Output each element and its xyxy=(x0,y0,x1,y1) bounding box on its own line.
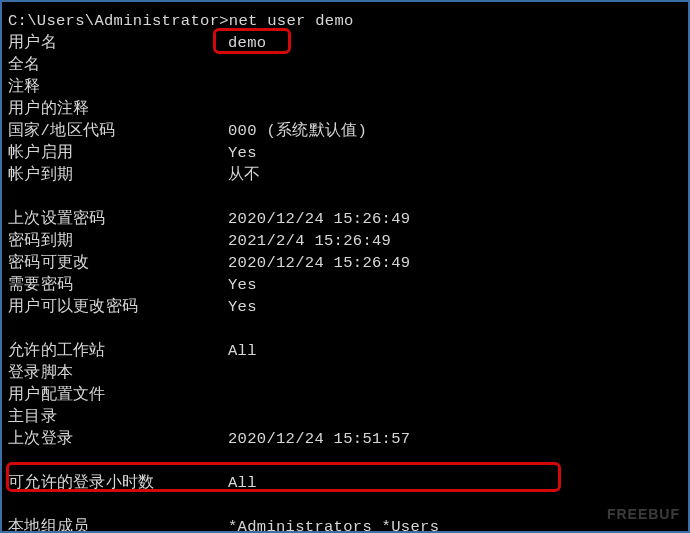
row-value: Yes xyxy=(228,274,257,296)
blank-line xyxy=(8,450,682,472)
prompt-command: net user demo xyxy=(229,12,354,30)
output-row: 国家/地区代码000 (系统默认值) xyxy=(8,120,682,142)
row-value: demo xyxy=(228,32,266,54)
row-label: 允许的工作站 xyxy=(8,340,228,362)
output-row: 本地组成员*Administrators *Users xyxy=(8,516,682,533)
row-label: 用户的注释 xyxy=(8,98,228,120)
row-value: *Administrators *Users xyxy=(228,516,439,533)
row-label: 全名 xyxy=(8,54,228,76)
row-value: 2020/12/24 15:26:49 xyxy=(228,208,410,230)
blank-line xyxy=(8,318,682,340)
output-row: 允许的工作站All xyxy=(8,340,682,362)
row-label: 可允许的登录小时数 xyxy=(8,472,228,494)
row-value: 000 (系统默认值) xyxy=(228,120,367,142)
watermark: FREEBUF xyxy=(607,503,680,525)
output-row: 密码可更改2020/12/24 15:26:49 xyxy=(8,252,682,274)
output-row: 需要密码Yes xyxy=(8,274,682,296)
row-label: 本地组成员 xyxy=(8,516,228,533)
row-value: All xyxy=(228,340,257,362)
row-value: 2021/2/4 15:26:49 xyxy=(228,230,391,252)
row-label: 上次设置密码 xyxy=(8,208,228,230)
output-row: 用户配置文件 xyxy=(8,384,682,406)
output-row: 密码到期2021/2/4 15:26:49 xyxy=(8,230,682,252)
output-row: 主目录 xyxy=(8,406,682,428)
row-label: 需要密码 xyxy=(8,274,228,296)
output-row: 帐户启用Yes xyxy=(8,142,682,164)
output-row: 上次登录2020/12/24 15:51:57 xyxy=(8,428,682,450)
row-label: 上次登录 xyxy=(8,428,228,450)
row-value: 2020/12/24 15:26:49 xyxy=(228,252,410,274)
row-label: 用户可以更改密码 xyxy=(8,296,228,318)
command-output: 用户名demo全名注释用户的注释国家/地区代码000 (系统默认值)帐户启用Ye… xyxy=(8,32,682,533)
blank-line xyxy=(8,186,682,208)
output-row: 注释 xyxy=(8,76,682,98)
output-row: 全名 xyxy=(8,54,682,76)
output-row: 上次设置密码2020/12/24 15:26:49 xyxy=(8,208,682,230)
output-row: 可允许的登录小时数All xyxy=(8,472,682,494)
row-value: 从不 xyxy=(228,164,261,186)
row-label: 密码到期 xyxy=(8,230,228,252)
row-label: 注释 xyxy=(8,76,228,98)
row-value: All xyxy=(228,472,257,494)
row-label: 国家/地区代码 xyxy=(8,120,228,142)
row-label: 帐户启用 xyxy=(8,142,228,164)
row-label: 帐户到期 xyxy=(8,164,228,186)
output-row: 用户的注释 xyxy=(8,98,682,120)
row-value: Yes xyxy=(228,296,257,318)
output-row: 登录脚本 xyxy=(8,362,682,384)
output-row: 用户可以更改密码Yes xyxy=(8,296,682,318)
row-value: 2020/12/24 15:51:57 xyxy=(228,428,410,450)
prompt-path: C:\Users\Administrator> xyxy=(8,12,229,30)
command-prompt-line: C:\Users\Administrator>net user demo xyxy=(8,10,682,32)
row-label: 用户配置文件 xyxy=(8,384,228,406)
row-label: 登录脚本 xyxy=(8,362,228,384)
output-row: 帐户到期从不 xyxy=(8,164,682,186)
row-label: 密码可更改 xyxy=(8,252,228,274)
row-label: 主目录 xyxy=(8,406,228,428)
row-value: Yes xyxy=(228,142,257,164)
row-label: 用户名 xyxy=(8,32,228,54)
output-row: 用户名demo xyxy=(8,32,682,54)
blank-line xyxy=(8,494,682,516)
